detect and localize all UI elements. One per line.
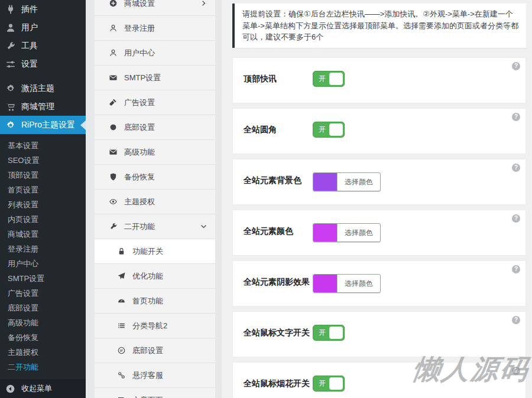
settings-menu-item[interactable]: 用户中心 (95, 41, 215, 66)
submenu-item[interactable]: 登录注册 (0, 242, 86, 256)
submenu-item[interactable]: 商城设置 (0, 227, 86, 242)
gear-icon (5, 83, 16, 94)
setting-row: ?全站元素背景色选择颜色 (232, 159, 526, 205)
settings-menu-label: 分类导航2 (132, 321, 167, 331)
toggle-state-label: 开 (319, 328, 326, 338)
setting-row: ?全站圆角开 (232, 108, 526, 154)
settings-menu-label: 备份恢复 (124, 172, 155, 182)
settings-menu-label: 用户中心 (124, 48, 155, 58)
pick-color-label: 选择颜色 (337, 173, 380, 191)
submenu-item[interactable]: 顶部设置 (0, 168, 86, 182)
chevron-right-icon (200, 0, 207, 7)
sliders-icon (5, 59, 16, 70)
settings-menu-label: 广告设置 (124, 97, 155, 108)
setting-label: 顶部快讯 (244, 74, 277, 84)
circle-plus-icon (109, 0, 118, 8)
theme-settings-menu: 商城设置登录注册用户中心SMTP设置广告设置底部设置高级功能备份恢复主题授权二开… (95, 0, 215, 398)
color-picker-button[interactable]: 选择颜色 (313, 274, 381, 293)
setting-label: 全站鼠标文字开关 (244, 328, 310, 338)
toggle-switch-on[interactable]: 开 (313, 376, 345, 392)
sidebar-item-2[interactable]: 工具 (0, 37, 86, 55)
toggle-state-label: 开 (319, 379, 326, 389)
submenu-item[interactable]: 广告设置 (0, 286, 86, 301)
sidebar-item-3[interactable]: 设置 (0, 55, 86, 73)
settings-menu-item[interactable]: 底部设置 (95, 115, 215, 140)
setting-control: 选择颜色 (313, 274, 381, 295)
help-icon[interactable]: ? (512, 265, 520, 273)
settings-menu-item[interactable]: 登录注册 (95, 16, 215, 41)
setting-control: 开 (313, 122, 345, 138)
settings-menu-item[interactable]: 文章页面 (95, 388, 215, 398)
help-icon[interactable]: ? (512, 62, 520, 70)
submenu-item[interactable]: SMTP设置 (0, 271, 86, 286)
admin-sidebar: 插件用户工具设置激活主题商城管理RiPro主题设置 基本设置SEO设置顶部设置首… (0, 0, 86, 398)
settings-menu-item[interactable]: 悬浮客服 (95, 363, 215, 388)
settings-menu-item[interactable]: 二开功能 (95, 214, 215, 239)
lock-icon (117, 247, 126, 256)
sidebar-item-5[interactable]: 商城管理 (0, 97, 86, 116)
sidebar-item-active[interactable]: RiPro主题设置 (0, 116, 86, 134)
submenu-item[interactable]: 备份恢复 (0, 330, 86, 345)
admin-menu: 插件用户工具设置激活主题商城管理RiPro主题设置 (0, 0, 86, 134)
toggle-switch-on[interactable]: 开 (313, 325, 345, 341)
help-icon[interactable]: ? (512, 316, 520, 324)
dashboard-icon (117, 296, 126, 305)
setting-control: 开 (313, 325, 345, 341)
menu-separator (0, 73, 86, 79)
sidebar-item-1[interactable]: 用户 (0, 18, 86, 37)
settings-menu-label: 首页功能 (132, 296, 163, 306)
help-icon[interactable]: ? (512, 367, 520, 375)
help-icon[interactable]: ? (512, 214, 520, 223)
settings-menu-item[interactable]: 首页功能 (95, 289, 215, 314)
submenu-item[interactable]: 二开功能 (0, 360, 86, 374)
setting-label: 全站圆角 (244, 125, 277, 135)
settings-menu-item[interactable]: 备份恢复 (95, 165, 215, 190)
settings-menu-label: 底部设置 (124, 122, 155, 133)
settings-menu-item[interactable]: SMTP设置 (95, 66, 215, 90)
color-picker-button[interactable]: 选择颜色 (313, 223, 381, 242)
toggle-switch-on[interactable]: 开 (313, 71, 345, 87)
submenu-item[interactable]: 底部设置 (0, 301, 86, 315)
toggle-state-label: 开 (319, 74, 326, 84)
news-icon (117, 396, 126, 398)
paper-plane-icon (117, 272, 126, 280)
gear-icon (5, 120, 16, 131)
settings-menu-item[interactable]: 高级功能 (95, 140, 215, 165)
settings-rows: ?顶部快讯开?全站圆角开?全站元素背景色选择颜色?全站元素颜色选择颜色?全站元素… (222, 57, 532, 398)
submenu-item[interactable]: 高级功能 (0, 315, 86, 330)
sidebar-item-0[interactable]: 插件 (0, 0, 86, 18)
submenu-item[interactable]: 基本设置 (0, 138, 86, 153)
help-icon[interactable]: ? (512, 113, 520, 121)
license-icon (109, 197, 118, 206)
chevron-down-icon (200, 223, 207, 230)
settings-menu-item[interactable]: 底部设置 (95, 338, 215, 363)
submenu-item[interactable]: 主题授权 (0, 345, 86, 360)
submenu-item[interactable]: 用户中心 (0, 256, 86, 271)
pick-color-label: 选择颜色 (337, 275, 380, 292)
settings-menu-item[interactable]: 商城设置 (95, 0, 215, 16)
submenu-item[interactable]: 首页设置 (0, 182, 86, 197)
settings-menu-item[interactable]: 分类导航2 (95, 314, 215, 338)
settings-menu-item[interactable]: 主题授权 (95, 190, 215, 214)
color-picker-button[interactable]: 选择颜色 (313, 172, 381, 191)
settings-menu-label: 功能开关 (132, 246, 163, 257)
settings-menu-item[interactable]: 功能开关 (95, 239, 215, 264)
submenu-item[interactable]: SEO设置 (0, 153, 86, 168)
collapse-icon (5, 384, 15, 394)
sidebar-item-4[interactable]: 激活主题 (0, 79, 86, 97)
help-icon[interactable]: ? (512, 164, 520, 172)
sidebar-item-label: 插件 (21, 4, 38, 15)
setting-control: 开 (313, 71, 345, 87)
color-swatch (313, 275, 337, 292)
settings-menu-item[interactable]: 优化功能 (95, 264, 215, 289)
envelope-icon (109, 148, 118, 156)
settings-menu-item[interactable]: 广告设置 (95, 90, 215, 115)
toggle-switch-on[interactable]: 开 (313, 122, 345, 138)
setting-label: 全站元素颜色 (244, 226, 293, 237)
envelope-icon (109, 73, 118, 82)
collapse-menu-button[interactable]: 收起菜单 (0, 379, 86, 398)
submenu-item[interactable]: 列表设置 (0, 197, 86, 212)
submenu-item[interactable]: 内页设置 (0, 212, 86, 227)
link-icon (117, 371, 126, 380)
sidebar-item-label: 设置 (21, 59, 38, 70)
